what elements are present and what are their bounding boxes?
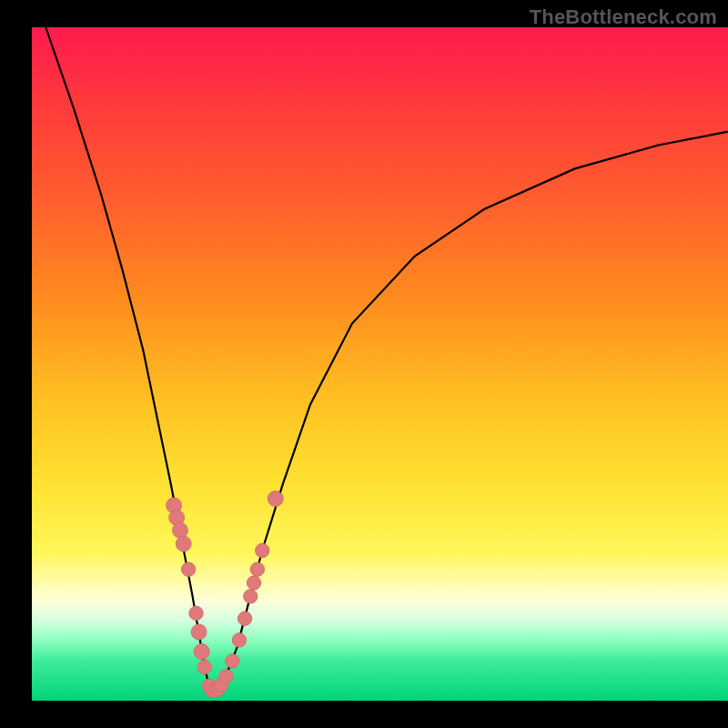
plot-area bbox=[32, 27, 728, 701]
curve-marker bbox=[226, 654, 239, 668]
curve-svg bbox=[32, 27, 728, 701]
curve-marker bbox=[197, 660, 211, 673]
curve-marker bbox=[250, 562, 264, 576]
curve-marker bbox=[181, 562, 195, 576]
curve-marker bbox=[173, 522, 188, 538]
curve-marker bbox=[232, 633, 246, 647]
curve-marker bbox=[191, 624, 207, 640]
curve-marker bbox=[256, 543, 269, 557]
curve-marker bbox=[219, 670, 233, 683]
curve-marker bbox=[238, 612, 251, 625]
markers-group bbox=[167, 491, 284, 698]
chart-frame: TheBottleneck.com bbox=[0, 0, 728, 728]
curve-marker bbox=[194, 644, 209, 660]
curve-marker bbox=[247, 576, 260, 590]
bottleneck-curve bbox=[46, 27, 728, 691]
watermark-text: TheBottleneck.com bbox=[530, 5, 717, 29]
curve-marker bbox=[176, 536, 191, 551]
curve-marker bbox=[189, 606, 203, 620]
curve-marker bbox=[244, 590, 258, 603]
curve-marker bbox=[268, 491, 283, 507]
